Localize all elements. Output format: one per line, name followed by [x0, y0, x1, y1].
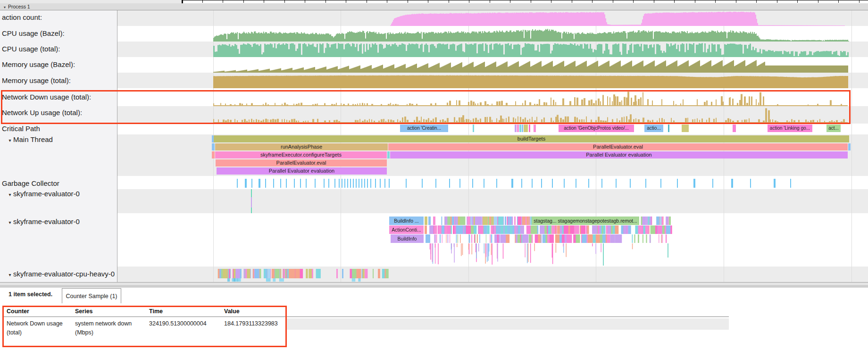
segment-sliver[interactable] — [425, 225, 427, 234]
timeline-chart-area[interactable]: action 'Creatin...action 'GenObjcProtos … — [0, 10, 868, 282]
ruler-tick — [756, 0, 757, 3]
segment-sliver[interactable] — [522, 125, 523, 132]
segment-critical-path[interactable]: actio... — [644, 125, 663, 132]
sidebar-item-memory-usage-bazel[interactable]: Memory usage (Bazel): — [0, 60, 119, 69]
segment-sliver[interactable] — [682, 125, 689, 132]
process-header[interactable]: ▾Process 1 — [0, 3, 868, 10]
sidebar-item-label: skyframe-evaluator-0 — [13, 217, 80, 225]
segment-critical-path[interactable]: action 'Linking go... — [768, 125, 812, 132]
segment-sliver[interactable] — [515, 125, 517, 132]
ruler-tick — [284, 0, 285, 3]
sidebar-item-label: Memory usage (Bazel): — [2, 60, 75, 68]
table-row-extension — [287, 318, 729, 330]
disclosure-triangle-icon[interactable]: ▾ — [7, 270, 13, 279]
annotation-box-table — [2, 306, 287, 347]
segment-sliver[interactable] — [529, 125, 530, 132]
splitter-line — [0, 285, 868, 286]
sidebar-item-label: action count: — [2, 13, 42, 21]
ruler-tick — [305, 0, 305, 3]
segment-critical-path[interactable]: action 'GenObjcProtos video/... — [559, 125, 634, 132]
segment-skyframe2-row-0[interactable]: stagstag... stagagemonstagepotestagb.rem… — [532, 217, 639, 225]
ruler-tick — [715, 0, 716, 3]
sidebar-item-main-thread[interactable]: ▾Main Thread — [0, 135, 124, 144]
segment-sliver[interactable] — [848, 143, 851, 150]
sidebar-item-cpu-usage-bazel[interactable]: CPU usage (Bazel): — [0, 29, 119, 38]
timeline-ruler[interactable] — [182, 0, 868, 3]
ruler-tick — [695, 0, 695, 3]
segment-sliver[interactable] — [473, 125, 474, 132]
collapse-triangle-icon[interactable]: ▾ — [4, 5, 6, 9]
segment-sliver[interactable] — [668, 125, 669, 132]
sidebar-item-action-count[interactable]: action count: — [0, 13, 119, 22]
segment-sliver[interactable] — [534, 125, 536, 132]
tab-counter-sample[interactable]: Counter Sample (1) — [62, 288, 121, 303]
ruler-tick — [674, 0, 675, 3]
segment-sliver[interactable] — [433, 217, 435, 225]
segment-sliver[interactable] — [428, 217, 431, 225]
ruler-tick — [449, 0, 449, 3]
ruler-tick — [736, 0, 736, 3]
sidebar-item-label: Garbage Collector — [2, 179, 59, 187]
ruler-tick — [264, 0, 264, 3]
sidebar-item-garbage-collector[interactable]: Garbage Collector — [0, 179, 119, 188]
sidebar-item-label: Critical Path — [2, 125, 40, 133]
segment-main-thread-1[interactable]: ParallelEvaluator.eval — [388, 143, 848, 150]
panel-splitter[interactable] — [0, 282, 868, 287]
ruler-tick — [428, 0, 428, 3]
segment-critical-path[interactable]: act... — [826, 125, 841, 132]
ruler-tick — [572, 0, 572, 3]
sidebar-item-memory-usage-total[interactable]: Memory usage (total): — [0, 76, 119, 85]
segment-sliver[interactable] — [387, 151, 390, 158]
ruler-tick — [797, 0, 798, 3]
ruler-tick — [202, 0, 203, 3]
segment-skyframe2-row-1[interactable]: ActionConti... — [389, 225, 424, 234]
segment-sliver[interactable] — [524, 125, 528, 132]
segment-main-thread-2[interactable]: Parallel Evaluator evaluation — [390, 151, 848, 158]
segment-main-thread-2[interactable]: skyframeExecutor.configureTargets — [215, 151, 387, 158]
track-label-sidebar[interactable]: action count:CPU usage (Bazel):CPU usage… — [0, 10, 117, 282]
segment-sliver[interactable] — [336, 269, 338, 278]
ruler-tick — [510, 0, 510, 3]
segment-sliver[interactable] — [733, 125, 736, 132]
ruler-tick — [859, 0, 860, 3]
sidebar-item-skyframe-evaluator-cpu-heavy-0[interactable]: ▾skyframe-evaluator-cpu-heavy-0 — [0, 269, 124, 279]
sidebar-item-skyframe-evaluator-0[interactable]: ▾skyframe-evaluator-0 — [0, 217, 124, 226]
segment-skyframe2-row-0[interactable]: BuildInfo ... — [389, 217, 424, 225]
ruler-tick — [592, 0, 593, 3]
ruler-tick — [346, 0, 346, 3]
selection-status: 1 item selected. — [8, 291, 52, 298]
ruler-tick — [490, 0, 490, 3]
segment-sliver[interactable] — [212, 143, 215, 150]
segment-sliver[interactable] — [212, 151, 215, 158]
segment-sliver[interactable] — [342, 269, 343, 278]
ruler-tick — [613, 0, 613, 3]
sidebar-item-critical-path[interactable]: Critical Path — [0, 124, 119, 133]
segment-sliver[interactable] — [426, 234, 430, 243]
segment-main-thread-1[interactable]: runAnalysisPhase — [215, 143, 388, 150]
segment-critical-path[interactable]: action 'Creatin... — [400, 125, 448, 132]
segment-main-thread-0[interactable]: buildTargets — [214, 135, 849, 142]
sidebar-item-skyframe-evaluator-0[interactable]: ▾skyframe-evaluator-0 — [0, 189, 124, 199]
segment-sliver[interactable] — [517, 125, 519, 132]
ruler-tick — [469, 0, 469, 3]
segment-sliver[interactable] — [519, 125, 521, 132]
annotation-box-network-rows — [1, 90, 851, 124]
ruler-tick — [551, 0, 551, 3]
segment-main-thread-4[interactable]: Parallel Evaluator evaluation — [217, 167, 387, 175]
sidebar-item-cpu-usage-total[interactable]: CPU usage (total): — [0, 44, 119, 54]
ruler-tick — [387, 0, 387, 3]
segment-skyframe2-row-2[interactable]: BuildInfo — [391, 234, 424, 243]
ruler-tick — [777, 0, 777, 3]
segment-main-thread-3[interactable]: ParallelEvaluator.eval — [216, 159, 387, 167]
sidebar-item-label: CPU usage (total): — [2, 45, 60, 53]
trace-viewer: ▾Process 1 action 'Creatin...action 'Gen… — [0, 0, 868, 350]
disclosure-triangle-icon[interactable]: ▾ — [7, 136, 13, 144]
disclosure-triangle-icon[interactable]: ▾ — [7, 190, 13, 199]
ruler-tick — [243, 0, 244, 3]
segment-sliver[interactable] — [373, 269, 374, 278]
ruler-tick — [408, 0, 408, 3]
process-label: Process 1 — [8, 4, 30, 9]
ruler-tick — [633, 0, 634, 3]
segment-sliver[interactable] — [425, 217, 427, 225]
disclosure-triangle-icon[interactable]: ▾ — [7, 218, 13, 226]
